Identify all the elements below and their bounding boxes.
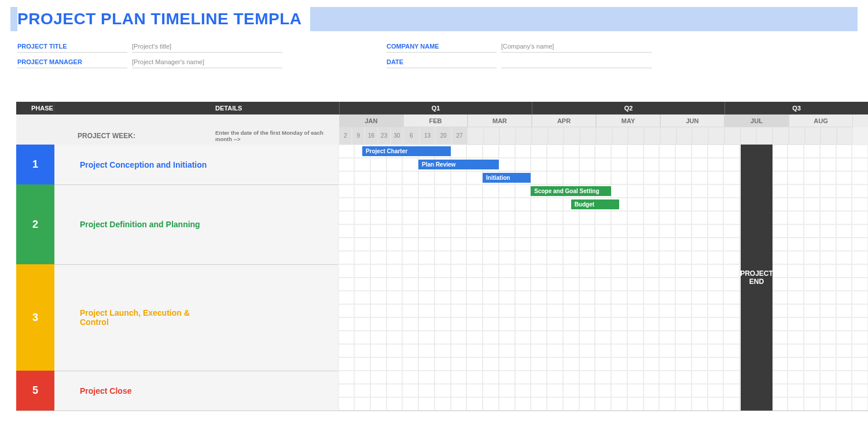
gantt-cell[interactable] [435,211,451,224]
gantt-cell[interactable] [611,384,627,397]
gantt-cell[interactable] [723,211,740,224]
gantt-cell[interactable] [418,251,435,264]
gantt-cell[interactable] [708,317,724,331]
gantt-cell[interactable] [547,224,563,238]
gantt-cell[interactable] [788,171,804,184]
gantt-cell[interactable] [499,357,515,371]
gantt-cell[interactable] [547,211,563,224]
gantt-cell[interactable] [804,238,820,251]
gantt-cell[interactable] [675,291,692,304]
gantt-cell[interactable] [418,171,435,184]
gantt-cell[interactable] [547,384,563,397]
week-cell[interactable] [676,127,693,145]
gantt-cell[interactable] [723,397,740,411]
gantt-cell[interactable] [772,224,788,238]
gantt-cell[interactable] [675,278,692,291]
gantt-cell[interactable] [370,371,387,384]
gantt-cell[interactable] [499,291,515,304]
gantt-cell[interactable] [338,344,354,357]
gantt-cell[interactable] [451,264,467,278]
gantt-cell[interactable] [659,198,675,211]
gantt-cell[interactable] [659,184,675,198]
gantt-cell[interactable] [466,278,483,291]
gantt-cell[interactable] [451,397,467,411]
week-cell[interactable]: 13 [420,127,436,145]
week-cell[interactable]: 2 [339,127,352,145]
gantt-cell[interactable] [531,278,547,291]
gantt-cell[interactable] [435,198,451,211]
gantt-cell[interactable] [836,344,852,357]
gantt-cell[interactable] [692,184,708,198]
gantt-cell[interactable] [836,397,852,411]
gantt-cell[interactable] [547,158,563,171]
gantt-cell[interactable] [579,384,595,397]
gantt-cell[interactable] [836,171,852,184]
gantt-cell[interactable] [692,371,708,384]
gantt-cell[interactable] [387,264,403,278]
gantt-cell[interactable] [435,304,451,317]
gantt-cell[interactable] [804,251,820,264]
gantt-cell[interactable] [836,331,852,344]
gantt-cell[interactable] [402,304,418,317]
gantt-cell[interactable] [820,278,836,291]
gantt-cell[interactable] [579,371,595,384]
gantt-cell[interactable] [370,278,387,291]
gantt-cell[interactable] [820,158,836,171]
gantt-cell[interactable] [708,331,724,344]
gantt-cell[interactable] [675,384,692,397]
gantt-cell[interactable] [852,251,868,264]
gantt-cell[interactable] [483,264,499,278]
gantt-cell[interactable] [788,211,804,224]
gantt-cell[interactable] [708,171,724,184]
gantt-cell[interactable] [836,264,852,278]
gantt-cell[interactable] [804,304,820,317]
gantt-cell[interactable] [579,224,595,238]
gantt-cell[interactable] [466,145,483,158]
gantt-cell[interactable] [418,317,435,331]
gantt-cell[interactable] [435,264,451,278]
gantt-cell[interactable] [772,357,788,371]
gantt-cell[interactable] [804,397,820,411]
gantt-cell[interactable] [692,224,708,238]
gantt-cell[interactable] [788,397,804,411]
week-cell[interactable]: 30 [391,127,403,145]
gantt-cell[interactable] [483,384,499,397]
gantt-cell[interactable] [563,224,579,238]
gantt-cell[interactable] [563,211,579,224]
gantt-cell[interactable] [338,397,354,411]
gantt-cell[interactable] [483,331,499,344]
gantt-cell[interactable] [387,371,403,384]
gantt-cell[interactable] [708,304,724,317]
gantt-cell[interactable] [483,198,499,211]
week-cell[interactable] [644,127,660,145]
gantt-cell[interactable] [402,184,418,198]
gantt-cell[interactable] [418,224,435,238]
gantt-cell[interactable] [370,384,387,397]
gantt-cell[interactable] [804,357,820,371]
gantt-cell[interactable] [820,371,836,384]
gantt-cell[interactable] [531,145,547,158]
gantt-cell[interactable] [515,184,531,198]
gantt-cell[interactable] [338,384,354,397]
gantt-cell[interactable] [547,278,563,291]
gantt-cell[interactable] [515,198,531,211]
gantt-cell[interactable] [466,264,483,278]
gantt-cell[interactable] [804,145,820,158]
gantt-cell[interactable] [354,317,370,331]
gantt-cell[interactable] [515,251,531,264]
week-cell[interactable]: 16 [365,127,377,145]
gantt-cell[interactable] [723,317,740,331]
gantt-cell[interactable] [595,357,611,371]
gantt-cell[interactable] [675,198,692,211]
gantt-cell[interactable] [579,397,595,411]
gantt-cell[interactable] [820,317,836,331]
gantt-cell[interactable] [595,304,611,317]
gantt-cell[interactable] [515,211,531,224]
gantt-cell[interactable] [338,291,354,304]
gantt-cell[interactable] [402,158,418,171]
gantt-cell[interactable] [836,158,852,171]
gantt-cell[interactable] [772,291,788,304]
gantt-cell[interactable] [627,331,643,344]
gantt-cell[interactable] [772,371,788,384]
gantt-cell[interactable] [579,344,595,357]
